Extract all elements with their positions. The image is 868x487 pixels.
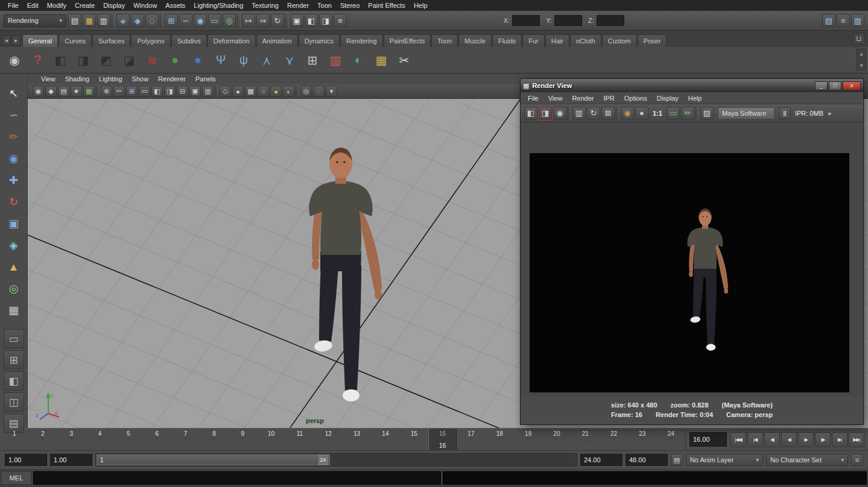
shelf-hypergraph-input-icon[interactable]: ψ bbox=[233, 49, 255, 71]
new-scene-icon[interactable]: ▤ bbox=[68, 14, 81, 27]
attribute-editor-toggle-icon[interactable]: ▥ bbox=[851, 14, 864, 27]
minimize-button[interactable]: _ bbox=[815, 81, 828, 90]
playback-range-bar[interactable]: 1 24 bbox=[97, 454, 330, 465]
four-pane-layout-button[interactable]: ⊞ bbox=[4, 350, 24, 369]
close-button[interactable]: × bbox=[843, 81, 861, 90]
anim-layer-selector[interactable]: No Anim Layer ▾ bbox=[686, 454, 763, 466]
lock-camera-icon[interactable]: ◆ bbox=[45, 86, 57, 97]
no-lights-icon[interactable]: ◐ bbox=[283, 86, 294, 97]
lasso-tool[interactable]: ∽ bbox=[4, 105, 24, 125]
shelf-graph-icon[interactable]: ▥ bbox=[325, 49, 346, 71]
viewport-toolbar-separator[interactable] bbox=[96, 86, 100, 97]
shelf-hypergraph-icon[interactable]: Ψ bbox=[210, 49, 232, 71]
shelf-camera-aim-icon[interactable]: ◨ bbox=[72, 49, 94, 71]
shelf-unknown-node-icon[interactable]: ? bbox=[27, 49, 48, 71]
command-input[interactable] bbox=[33, 471, 441, 485]
construction-history-icon[interactable]: ↻ bbox=[271, 14, 284, 27]
output-connections-icon[interactable]: ⇒ bbox=[256, 14, 270, 27]
render-view-menu-item[interactable]: Display bbox=[652, 95, 683, 102]
shelf-tab[interactable]: Rendering bbox=[340, 34, 383, 47]
menubar-item[interactable]: Modify bbox=[43, 0, 71, 11]
render-current-frame-icon[interactable]: ◧ bbox=[524, 107, 537, 120]
x-input[interactable] bbox=[512, 15, 540, 26]
shelf-tab[interactable]: nCloth bbox=[570, 34, 601, 47]
shelf-tab[interactable]: Custom bbox=[602, 34, 637, 47]
menubar-item[interactable]: Lighting/Shading bbox=[189, 0, 247, 11]
textured-mode-icon[interactable]: ▩ bbox=[245, 86, 256, 97]
render-view-separator[interactable] bbox=[616, 106, 619, 121]
wireframe-mode-icon[interactable]: ◇ bbox=[220, 86, 231, 97]
menubar-item[interactable]: Create bbox=[71, 0, 99, 11]
shelf-tab[interactable]: Surfaces bbox=[92, 34, 130, 47]
move-tool[interactable]: ✚ bbox=[4, 170, 24, 190]
shelf-cut-icon[interactable]: ✂ bbox=[393, 49, 415, 71]
rotate-tool[interactable]: ↻ bbox=[4, 192, 24, 212]
show-manipulator-tool[interactable]: ◎ bbox=[4, 278, 24, 299]
shelf-node-down-icon[interactable]: ⋎ bbox=[279, 49, 300, 71]
camera-icons-menu-icon[interactable]: ▾ bbox=[326, 86, 337, 97]
render-view-menu-item[interactable]: Help bbox=[683, 95, 707, 102]
image-plane-icon[interactable]: ▦ bbox=[83, 86, 95, 97]
shelf-scroll-down-button[interactable]: ▾ bbox=[857, 60, 866, 71]
refresh-ipr-icon[interactable]: ↻ bbox=[587, 107, 600, 120]
playback-start-field[interactable]: 1.00 bbox=[50, 454, 92, 466]
menubar-item[interactable]: Texturing bbox=[247, 0, 283, 11]
shelf-tab[interactable]: Poser bbox=[638, 34, 667, 47]
z-input[interactable] bbox=[597, 15, 624, 26]
display-rgb-channels-icon[interactable]: ◉ bbox=[621, 107, 634, 120]
shelf-tab[interactable]: Fluids bbox=[492, 34, 522, 47]
gate-mask-icon[interactable]: ◨ bbox=[164, 86, 176, 97]
playback-end-field[interactable]: 24.00 bbox=[580, 454, 622, 466]
shelf-tab[interactable]: Dynamics bbox=[299, 34, 340, 47]
ipr-render-icon[interactable]: ▥ bbox=[572, 107, 586, 120]
menubar-item[interactable]: Edit bbox=[23, 0, 43, 11]
snap-to-curve-icon[interactable]: ∽ bbox=[179, 14, 192, 27]
menubar-item[interactable]: Help bbox=[410, 0, 432, 11]
viewport-toolbar-separator[interactable] bbox=[215, 86, 218, 97]
snap-to-plane-icon[interactable]: ▭ bbox=[208, 14, 221, 27]
menubar-item[interactable]: Display bbox=[99, 0, 129, 11]
grid-toggle-icon[interactable]: ⊞ bbox=[126, 86, 138, 97]
shelf-scroll-up-button[interactable]: ▴ bbox=[857, 49, 866, 59]
keep-image-icon[interactable]: ✏ bbox=[681, 107, 694, 120]
range-end-handle[interactable]: 24 bbox=[318, 455, 328, 465]
menubar-item[interactable]: Toon bbox=[313, 0, 336, 11]
redo-previous-render-icon[interactable]: ◨ bbox=[539, 107, 552, 120]
shelf-assign-shader-icon[interactable]: ● bbox=[164, 49, 186, 71]
maximize-button[interactable]: □ bbox=[829, 81, 841, 90]
one-to-one-zoom-button[interactable]: 1:1 bbox=[650, 110, 665, 117]
region-zoom-icon[interactable]: ▭ bbox=[667, 107, 680, 120]
menu-set-selector[interactable]: Rendering ▾ bbox=[4, 14, 66, 27]
select-by-hierarchy-icon[interactable]: ◈ bbox=[116, 14, 130, 27]
ipr-render-icon[interactable]: ◨ bbox=[319, 14, 332, 27]
pause-ipr-button[interactable]: || bbox=[779, 107, 791, 119]
camera-attributes-icon[interactable]: ▤ bbox=[58, 86, 69, 97]
toolbar-separator[interactable] bbox=[237, 13, 241, 28]
menubar-item[interactable]: Assets bbox=[161, 0, 189, 11]
menubar-item[interactable]: Stereo bbox=[336, 0, 364, 11]
select-by-object-icon[interactable]: ◆ bbox=[131, 14, 144, 27]
rendered-image-area[interactable] bbox=[530, 153, 849, 392]
field-chart-icon[interactable]: ⊟ bbox=[177, 86, 188, 97]
range-slider-track[interactable]: 1 24 bbox=[95, 453, 577, 467]
persp-outliner-layout-button[interactable]: ◧ bbox=[4, 371, 24, 391]
soft-modification-tool[interactable]: ▲ bbox=[4, 257, 24, 277]
safe-title-icon[interactable]: ▥ bbox=[202, 86, 214, 97]
shelf-tab[interactable]: Deformation bbox=[207, 34, 256, 47]
smooth-shade-mode-icon[interactable]: ● bbox=[232, 86, 244, 97]
shelf-camera-icon[interactable]: ◧ bbox=[49, 49, 71, 71]
universal-manipulator-tool[interactable]: ◈ bbox=[4, 235, 24, 256]
snapshot-icon[interactable]: ◉ bbox=[553, 107, 566, 120]
character-set-selector[interactable]: No Character Set ▾ bbox=[766, 454, 848, 466]
go-to-start-button[interactable]: |◀◀ bbox=[730, 432, 746, 447]
resolution-gate-icon[interactable]: ◧ bbox=[151, 86, 163, 97]
select-by-component-icon[interactable]: ◇ bbox=[145, 14, 159, 27]
render-view-separator[interactable] bbox=[568, 106, 571, 121]
shelf-tab[interactable]: Hair bbox=[545, 34, 569, 47]
safe-action-icon[interactable]: ▣ bbox=[189, 86, 201, 97]
play-backwards-button[interactable]: ◀ bbox=[781, 432, 797, 447]
make-live-icon[interactable]: ◎ bbox=[223, 14, 236, 27]
render-settings-icon[interactable]: ▨ bbox=[700, 107, 714, 120]
scale-tool[interactable]: ▣ bbox=[4, 213, 24, 234]
two-d-pan-zoom-icon[interactable]: ⊕ bbox=[101, 86, 112, 97]
